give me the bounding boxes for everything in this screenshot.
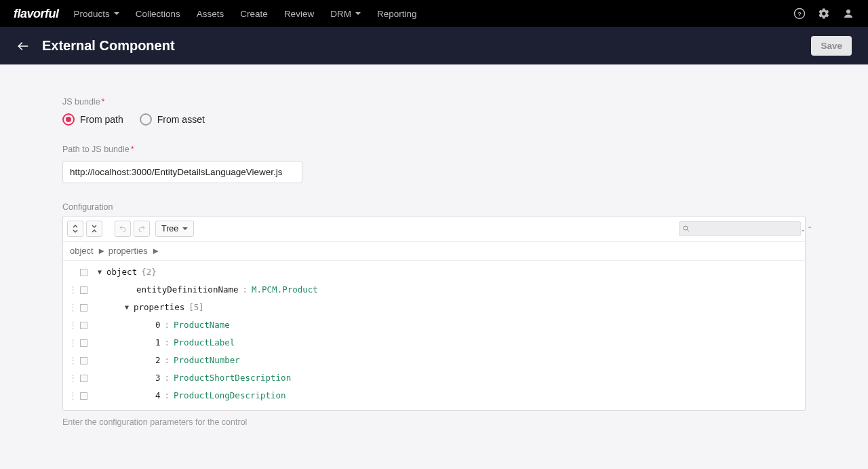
tree-index: 0 xyxy=(155,316,161,334)
nav-drm[interactable]: DRM xyxy=(330,9,361,19)
tree-value: ProductNumber xyxy=(174,352,240,369)
nav-items: Products Collections Assets Create Revie… xyxy=(74,9,417,19)
row-action-icon[interactable] xyxy=(78,339,89,347)
expand-all-button[interactable] xyxy=(67,221,83,237)
required-marker: * xyxy=(131,145,134,154)
json-tree: ▼ object {2} ⋮⋮ entityDefinitionName : M… xyxy=(63,261,805,410)
nav-reporting[interactable]: Reporting xyxy=(377,9,417,19)
mode-label: Tree xyxy=(161,224,178,233)
caret-down-icon xyxy=(182,227,188,230)
nav-assets[interactable]: Assets xyxy=(197,9,224,19)
tree-count: [5] xyxy=(189,299,204,316)
drag-handle-icon[interactable]: ⋮⋮ xyxy=(68,334,78,352)
radio-icon xyxy=(62,113,75,126)
colon: : xyxy=(243,281,248,299)
save-button[interactable]: Save xyxy=(811,36,852,56)
drag-handle-icon[interactable]: ⋮⋮ xyxy=(68,369,78,387)
svg-point-4 xyxy=(684,226,688,230)
colon: : xyxy=(165,316,170,334)
tree-row-item[interactable]: ⋮⋮0:ProductName xyxy=(63,316,805,334)
tree-index: 3 xyxy=(155,369,161,387)
tree-value: M.PCM.Product xyxy=(252,281,318,299)
tree-index: 4 xyxy=(155,387,161,405)
top-navbar: flavorful Products Collections Assets Cr… xyxy=(0,0,868,27)
crumb-separator-icon: ► xyxy=(97,246,106,256)
nav-collections[interactable]: Collections xyxy=(136,9,180,19)
redo-button[interactable] xyxy=(134,221,150,237)
caret-down-icon xyxy=(355,12,361,15)
tree-row-item[interactable]: ⋮⋮2:ProductNumber xyxy=(63,352,805,369)
tree-index: 1 xyxy=(155,334,161,352)
row-action-icon[interactable] xyxy=(78,304,89,312)
radio-from-path[interactable]: From path xyxy=(62,113,123,126)
tree-row-root[interactable]: ▼ object {2} xyxy=(63,263,805,281)
tree-count: {2} xyxy=(141,263,157,281)
drag-handle-icon[interactable]: ⋮⋮ xyxy=(68,299,78,316)
configuration-help: Enter the configuration parameters for t… xyxy=(62,417,806,427)
drag-handle-icon[interactable]: ⋮⋮ xyxy=(68,352,78,369)
json-search: ⌄ ⌃ xyxy=(679,221,801,236)
gear-icon[interactable] xyxy=(818,7,830,20)
tree-key: properties xyxy=(134,299,184,316)
json-breadcrumb: object ► properties ► xyxy=(63,242,805,261)
row-action-icon[interactable] xyxy=(78,375,89,382)
nav-create[interactable]: Create xyxy=(240,9,268,19)
caret-expanded-icon[interactable]: ▼ xyxy=(123,299,131,316)
colon: : xyxy=(165,334,170,352)
nav-products-label: Products xyxy=(74,9,110,19)
colon: : xyxy=(165,369,170,387)
bundle-radio-group: From path From asset xyxy=(62,113,806,126)
nav-products[interactable]: Products xyxy=(74,9,119,19)
tree-row-item[interactable]: ⋮⋮3:ProductShortDescription xyxy=(63,369,805,387)
svg-line-5 xyxy=(687,229,689,231)
tree-value: ProductLabel xyxy=(174,334,235,352)
json-editor-toolbar: Tree ⌄ ⌃ xyxy=(63,217,805,242)
radio-from-asset-label: From asset xyxy=(157,114,205,125)
tree-value: ProductShortDescription xyxy=(174,369,291,387)
mode-selector[interactable]: Tree xyxy=(155,221,194,237)
path-label: Path to JS bundle* xyxy=(62,145,806,154)
back-arrow-icon[interactable] xyxy=(16,39,30,53)
radio-icon xyxy=(140,113,152,126)
row-action-icon[interactable] xyxy=(78,357,89,364)
collapse-all-button[interactable] xyxy=(86,221,102,237)
tree-key: entityDefinitionName xyxy=(136,281,239,299)
tree-value: ProductLongDescription xyxy=(174,387,286,405)
nav-review[interactable]: Review xyxy=(284,9,314,19)
crumb-properties[interactable]: properties xyxy=(108,246,148,256)
configuration-label: Configuration xyxy=(62,202,806,212)
undo-button[interactable] xyxy=(115,221,131,237)
field-configuration: Configuration Tree xyxy=(62,202,806,427)
search-prev-icon[interactable]: ⌃ xyxy=(807,225,812,233)
path-input[interactable] xyxy=(62,161,302,183)
tree-row-item[interactable]: ⋮⋮4:ProductLongDescription xyxy=(63,387,805,405)
page-title: External Component xyxy=(42,38,175,54)
tree-row-item[interactable]: ⋮⋮1:ProductLabel xyxy=(63,334,805,352)
tree-index: 2 xyxy=(155,352,161,369)
row-action-icon[interactable] xyxy=(78,286,89,294)
required-marker: * xyxy=(102,97,105,107)
subheader: External Component Save xyxy=(0,27,868,64)
tree-row-properties[interactable]: ⋮⋮ ▼ properties [5] xyxy=(63,299,805,316)
svg-point-2 xyxy=(846,10,850,14)
user-icon[interactable] xyxy=(842,7,854,20)
tree-row-entity[interactable]: ⋮⋮ entityDefinitionName : M.PCM.Product xyxy=(63,281,805,299)
row-action-icon[interactable] xyxy=(78,322,89,329)
json-search-input[interactable] xyxy=(690,224,797,233)
drag-handle-icon[interactable]: ⋮⋮ xyxy=(68,281,78,299)
drag-handle-icon[interactable]: ⋮⋮ xyxy=(68,387,78,405)
field-path: Path to JS bundle* xyxy=(62,145,806,183)
tree-value: ProductName xyxy=(174,316,230,334)
help-icon[interactable]: ? xyxy=(793,7,806,20)
drag-handle-icon[interactable]: ⋮⋮ xyxy=(68,316,78,334)
crumb-object[interactable]: object xyxy=(70,246,94,256)
nav-drm-label: DRM xyxy=(330,9,351,19)
brand-logo[interactable]: flavorful xyxy=(14,7,59,21)
topnav-right: ? xyxy=(793,7,854,20)
caret-expanded-icon[interactable]: ▼ xyxy=(96,263,104,281)
row-action-icon[interactable] xyxy=(78,392,89,400)
search-next-icon[interactable]: ⌄ xyxy=(800,225,806,233)
row-action-icon[interactable] xyxy=(78,269,89,276)
radio-from-asset[interactable]: From asset xyxy=(140,113,205,126)
js-bundle-label: JS bundle* xyxy=(62,97,806,107)
